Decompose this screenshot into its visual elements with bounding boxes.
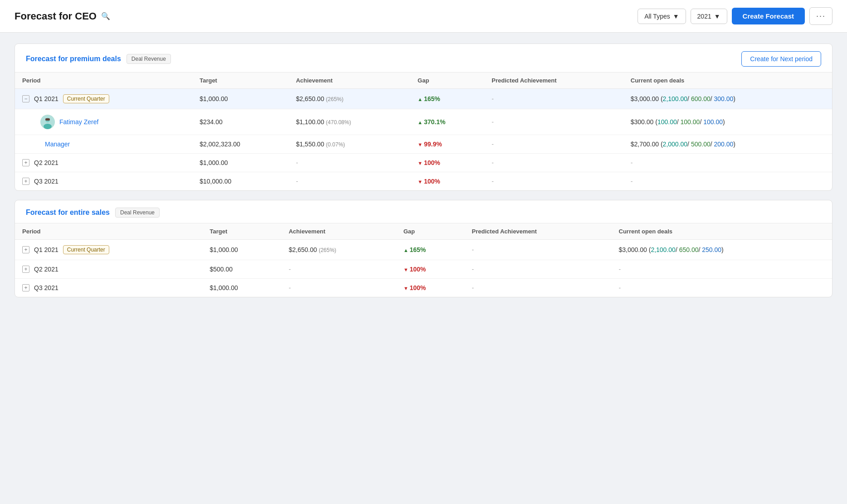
predicted-cell: - xyxy=(465,240,612,260)
table-row: Manager $2,002,323.00 $1,550.00 (0.07%) … xyxy=(15,135,832,154)
predicted-cell: - xyxy=(484,135,623,154)
collapse-icon[interactable]: − xyxy=(22,95,29,102)
sales-badge: Deal Revenue xyxy=(115,208,160,218)
expand-icon[interactable]: + xyxy=(22,284,29,291)
open-deals-cell: $3,000.00 (2,100.00/ 600.00/ 300.00) xyxy=(623,89,832,109)
period-label: Q1 2021 xyxy=(34,246,58,253)
arrow-up-icon xyxy=(404,246,409,253)
period-label: Q2 2021 xyxy=(34,159,58,166)
col-open-deals: Current open deals xyxy=(612,223,832,240)
col-predicted: Predicted Achievement xyxy=(484,73,623,89)
gap-cell: 99.9% xyxy=(410,135,484,154)
table-row: + Q3 2021 $1,000.00 - 100% - - xyxy=(15,279,832,297)
period-cell: + Q3 2021 xyxy=(22,178,185,185)
predicted-cell: - xyxy=(484,172,623,191)
open-deals-cell: - xyxy=(623,154,832,172)
svg-point-2 xyxy=(44,124,52,129)
person-name-link[interactable]: Fatimay Zeref xyxy=(59,118,98,126)
col-achievement: Achievement xyxy=(289,73,410,89)
col-target: Target xyxy=(192,73,288,89)
col-gap: Gap xyxy=(410,73,484,89)
page-title-area: Forecast for CEO 🔍 xyxy=(15,10,110,22)
expand-icon[interactable]: + xyxy=(22,178,29,185)
expand-icon[interactable]: + xyxy=(22,159,29,166)
current-quarter-badge: Current Quarter xyxy=(63,94,109,103)
target-cell: $234.00 xyxy=(192,109,288,135)
open-deals-cell: - xyxy=(623,172,832,191)
create-forecast-button[interactable]: Create Forecast xyxy=(732,8,805,24)
open-deals-cell: - xyxy=(612,260,832,279)
sales-card-title: Forecast for entire sales xyxy=(26,208,110,217)
svg-rect-3 xyxy=(45,118,50,121)
target-cell: $1,000.00 xyxy=(202,279,281,297)
premium-card-title: Forecast for premium deals xyxy=(26,55,121,63)
predicted-cell: - xyxy=(484,89,623,109)
col-open-deals: Current open deals xyxy=(623,73,832,89)
gap-cell: 165% xyxy=(396,240,465,260)
gap-cell: 165% xyxy=(410,89,484,109)
achievement-cell: $1,100.00 (470.08%) xyxy=(289,109,410,135)
period-cell: − Q1 2021 Current Quarter xyxy=(22,94,185,103)
open-deals-cell: - xyxy=(612,279,832,297)
sales-table: Period Target Achievement Gap Predicted … xyxy=(15,223,832,297)
table-row: + Q2 2021 $500.00 - 100% - - xyxy=(15,260,832,279)
current-quarter-badge: Current Quarter xyxy=(63,245,109,254)
col-period: Period xyxy=(15,223,202,240)
target-cell: $1,000.00 xyxy=(202,240,281,260)
more-options-button[interactable]: ··· xyxy=(809,7,832,25)
arrow-up-icon xyxy=(418,95,423,102)
table-row: + Q3 2021 $10,000.00 - 100% - - xyxy=(15,172,832,191)
search-icon[interactable]: 🔍 xyxy=(101,12,110,20)
main-content: Forecast for premium deals Deal Revenue … xyxy=(0,33,847,308)
sales-card-header: Forecast for entire sales Deal Revenue xyxy=(15,200,832,223)
arrow-up-icon xyxy=(418,118,423,126)
period-label: Q3 2021 xyxy=(34,178,58,185)
col-gap: Gap xyxy=(396,223,465,240)
open-deals-cell: $2,700.00 (2,000.00/ 500.00/ 200.00) xyxy=(623,135,832,154)
target-cell: $10,000.00 xyxy=(192,172,288,191)
header-actions: All Types ▼ 2021 ▼ Create Forecast ··· xyxy=(638,7,832,25)
period-label: Q2 2021 xyxy=(34,266,58,273)
achievement-cell: $1,550.00 (0.07%) xyxy=(289,135,410,154)
page-header: Forecast for CEO 🔍 All Types ▼ 2021 ▼ Cr… xyxy=(0,0,847,33)
arrow-down-icon xyxy=(404,284,409,291)
avatar xyxy=(40,115,55,129)
chevron-down-icon: ▼ xyxy=(673,13,679,20)
col-target: Target xyxy=(202,223,281,240)
achievement-cell: $2,650.00 (265%) xyxy=(282,240,396,260)
arrow-down-icon xyxy=(418,178,423,185)
target-cell: $2,002,323.00 xyxy=(192,135,288,154)
gap-cell: 100% xyxy=(410,154,484,172)
expand-icon[interactable]: + xyxy=(22,246,29,253)
chevron-down-icon: ▼ xyxy=(714,13,720,20)
period-cell: + Q2 2021 xyxy=(22,159,185,166)
type-filter-dropdown[interactable]: All Types ▼ xyxy=(638,9,686,24)
achievement-cell: - xyxy=(289,154,410,172)
expand-icon[interactable]: + xyxy=(22,266,29,273)
premium-table-header-row: Period Target Achievement Gap Predicted … xyxy=(15,73,832,89)
predicted-cell: - xyxy=(465,279,612,297)
manager-name-link[interactable]: Manager xyxy=(40,141,70,148)
table-row: − Q1 2021 Current Quarter $1,000.00 $2,6… xyxy=(15,89,832,109)
target-cell: $1,000.00 xyxy=(192,89,288,109)
premium-badge: Deal Revenue xyxy=(127,54,171,64)
year-filter-dropdown[interactable]: 2021 ▼ xyxy=(691,9,727,24)
predicted-cell: - xyxy=(484,109,623,135)
gap-cell: 100% xyxy=(396,279,465,297)
period-cell: + Q1 2021 Current Quarter xyxy=(22,245,195,254)
gap-cell: 100% xyxy=(396,260,465,279)
gap-cell: 370.1% xyxy=(410,109,484,135)
target-cell: $1,000.00 xyxy=(192,154,288,172)
person-cell: Fatimay Zeref xyxy=(40,115,185,129)
create-next-period-button[interactable]: Create for Next period xyxy=(741,51,821,67)
table-row: Fatimay Zeref $234.00 $1,100.00 (470.08%… xyxy=(15,109,832,135)
col-predicted: Predicted Achievement xyxy=(465,223,612,240)
predicted-cell: - xyxy=(484,154,623,172)
table-row: + Q1 2021 Current Quarter $1,000.00 $2,6… xyxy=(15,240,832,260)
open-deals-cell: $3,000.00 (2,100.00/ 650.00/ 250.00) xyxy=(612,240,832,260)
page-title: Forecast for CEO xyxy=(15,10,97,22)
achievement-cell: - xyxy=(289,172,410,191)
arrow-down-icon xyxy=(418,141,423,148)
sales-table-header-row: Period Target Achievement Gap Predicted … xyxy=(15,223,832,240)
arrow-down-icon xyxy=(404,266,409,273)
